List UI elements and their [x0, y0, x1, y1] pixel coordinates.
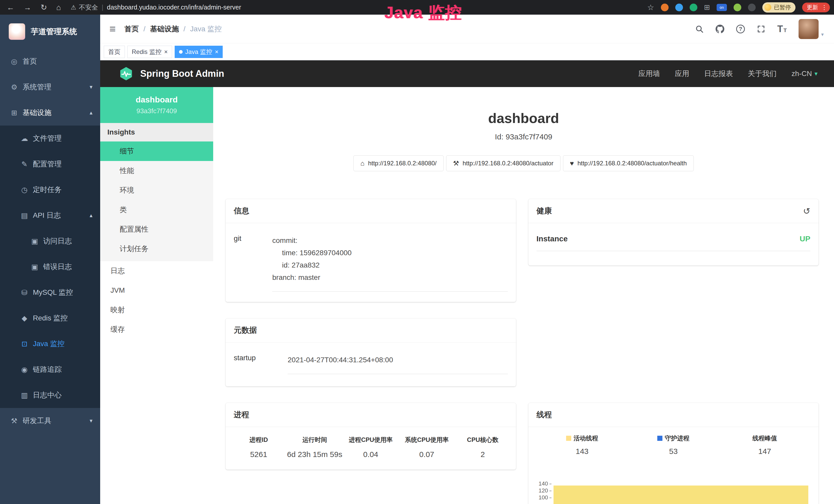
- sba-item-jvm[interactable]: JVM: [100, 281, 213, 300]
- legend-cell: 活动线程 143: [536, 434, 628, 456]
- sidebar-item-label: 日志中心: [33, 390, 62, 400]
- sba-brand-label: Spring Boot Admin: [140, 68, 224, 79]
- sidebar-item-error-logs[interactable]: ▣ 错误日志: [0, 254, 100, 280]
- extension-on-icon[interactable]: on: [717, 4, 727, 11]
- sba-item-caches[interactable]: 缓存: [100, 320, 213, 339]
- sidebar-item-trace[interactable]: ◉ 链路追踪: [0, 357, 100, 382]
- sba-locale-select[interactable]: zh-CN ▾: [792, 70, 817, 78]
- sba-brand[interactable]: Spring Boot Admin: [119, 66, 224, 81]
- sidebar-item-infrastructure[interactable]: ⊞ 基础设施 ▴: [0, 100, 100, 125]
- legend-value: 147: [719, 447, 811, 456]
- sba-item-details[interactable]: 细节: [100, 141, 213, 161]
- health-link[interactable]: ♥ http://192.168.0.2:48080/actuator/heal…: [563, 155, 694, 171]
- sba-item-config-properties[interactable]: 配置属性: [100, 220, 213, 239]
- extension-icon[interactable]: [690, 4, 697, 11]
- chevron-down-icon: ▾: [814, 70, 817, 77]
- card-title: 线程: [536, 410, 552, 420]
- chevron-down-icon: ▾: [90, 84, 92, 90]
- chevron-down-icon: ▾: [90, 417, 92, 424]
- cell-value: 5261: [231, 450, 287, 461]
- sba-header: Spring Boot Admin 应用墙 应用 日志报表 关于我们 zh-CN…: [100, 60, 834, 87]
- sba-item-scheduled-tasks[interactable]: 计划任务: [100, 239, 213, 258]
- update-label: 更新: [807, 4, 818, 11]
- threads-legend: 活动线程 143 守护进程: [536, 434, 811, 456]
- document-icon: ▤: [21, 211, 28, 220]
- chart-y-axis: 140 120 100: [536, 480, 553, 504]
- sba-nav-applications[interactable]: 应用: [675, 69, 689, 78]
- help-icon[interactable]: ?: [736, 25, 745, 33]
- extension-icon[interactable]: [733, 4, 741, 11]
- breadcrumb-item-infrastructure[interactable]: 基础设施: [150, 24, 179, 34]
- tab-redis-monitor[interactable]: Redis 监控 ×: [127, 46, 172, 58]
- browser-update-button[interactable]: 更新 ⋮: [802, 3, 830, 12]
- info-line: commit:: [272, 234, 508, 247]
- font-size-icon[interactable]: T T: [777, 24, 787, 33]
- sidebar-item-file-management[interactable]: ☁ 文件管理: [0, 125, 100, 151]
- extension-icon[interactable]: [675, 4, 683, 11]
- sidebar-item-redis-monitor[interactable]: ◆ Redis 监控: [0, 305, 100, 331]
- sidebar-item-log-center[interactable]: ▥ 日志中心: [0, 382, 100, 408]
- edit-icon: ✎: [21, 160, 28, 168]
- history-icon[interactable]: ↺: [803, 207, 811, 215]
- sba-item-logs[interactable]: 日志: [100, 261, 213, 281]
- sba-item-environment[interactable]: 环境: [100, 181, 213, 200]
- sidebar-item-config-management[interactable]: ✎ 配置管理: [0, 151, 100, 177]
- process-table: 进程ID 运行时间 进程CPU使用率 系统CPU使用率 CPU核心数: [231, 436, 511, 461]
- extension-icon[interactable]: [661, 4, 668, 11]
- sidebar-item-label: 配置管理: [33, 159, 62, 169]
- sidebar-item-home[interactable]: ◎ 首页: [0, 48, 100, 74]
- info-line: id: 27aa832: [272, 259, 508, 271]
- address-bar[interactable]: ⚠ 不安全 | dashboard.yudao.iocoder.cn/infra…: [71, 3, 241, 12]
- fullscreen-icon[interactable]: [757, 25, 765, 33]
- sidebar-item-access-logs[interactable]: ▣ 访问日志: [0, 228, 100, 254]
- bookmark-star-icon[interactable]: ☆: [647, 3, 654, 12]
- browser-menu-icon[interactable]: ⋮: [821, 4, 827, 10]
- font-size-small-glyph: T: [784, 27, 787, 33]
- close-icon[interactable]: ×: [164, 48, 168, 55]
- sba-nav-about[interactable]: 关于我们: [748, 69, 777, 78]
- eye-icon: ◉: [21, 365, 28, 374]
- back-button[interactable]: ←: [7, 3, 14, 12]
- metadata-card: 元数据 startup 2021-04-27T00:44:31.254+08:0…: [225, 318, 516, 386]
- forward-button[interactable]: →: [24, 3, 31, 12]
- tab-home[interactable]: 首页: [104, 46, 125, 58]
- extensions-grid-icon[interactable]: ⊞: [704, 4, 710, 11]
- extension-icon[interactable]: [748, 4, 756, 11]
- sidebar-item-mysql-monitor[interactable]: ⛁ MySQL 监控: [0, 280, 100, 305]
- tab-java-monitor[interactable]: Java 监控 ×: [175, 46, 223, 58]
- sidebar-item-system-management[interactable]: ⚙ 系统管理 ▾: [0, 74, 100, 100]
- app-logo[interactable]: 芋道管理系统: [0, 15, 100, 48]
- process-card: 进程 进程ID 运行时间 进程CPU使用率 系统C: [225, 403, 516, 469]
- sba-item-mappings[interactable]: 映射: [100, 300, 213, 320]
- sidebar-item-label: 访问日志: [43, 236, 72, 246]
- search-icon[interactable]: [695, 25, 704, 33]
- instance-home-link[interactable]: ⌂ http://192.168.0.2:48080/: [353, 155, 444, 171]
- profile-paused-badge[interactable]: 已暂停: [762, 2, 795, 13]
- column-header: 进程CPU使用率: [343, 436, 399, 450]
- home-icon: ⌂: [360, 159, 365, 167]
- sidebar-item-api-logs[interactable]: ▤ API 日志 ▴: [0, 203, 100, 228]
- sba-nav-wallboard[interactable]: 应用墙: [639, 69, 660, 78]
- close-icon[interactable]: ×: [215, 48, 218, 55]
- sidebar-item-java-monitor[interactable]: ⊡ Java 监控: [0, 331, 100, 357]
- sba-instance-header[interactable]: dashboard 93a3fc7f7409: [100, 87, 213, 123]
- instance-subtitle: Id: 93a3fc7f7409: [213, 132, 834, 142]
- tab-label: 首页: [108, 48, 120, 56]
- sba-item-performance[interactable]: 性能: [100, 161, 213, 181]
- sba-nav-journal[interactable]: 日志报表: [704, 69, 733, 78]
- sidebar-item-scheduled-tasks[interactable]: ◷ 定时任务: [0, 177, 100, 203]
- user-avatar-menu[interactable]: ▾: [798, 19, 824, 39]
- hamburger-button[interactable]: ≡: [109, 23, 116, 35]
- link-url: http://192.168.0.2:48080/: [368, 160, 437, 167]
- instance-title: dashboard: [213, 110, 834, 127]
- actuator-link[interactable]: ⚒ http://192.168.0.2:48080/actuator: [446, 155, 561, 171]
- legend-label: 活动线程: [574, 434, 598, 442]
- github-icon[interactable]: [716, 25, 724, 33]
- sidebar-item-dev-tools[interactable]: ⚒ 研发工具 ▾: [0, 408, 100, 434]
- column-header: 进程ID: [231, 436, 287, 450]
- breadcrumb-item-home[interactable]: 首页: [125, 24, 139, 34]
- refresh-button[interactable]: ↻: [41, 3, 47, 12]
- browser-home-button[interactable]: ⌂: [56, 3, 61, 12]
- sba-item-classes[interactable]: 类: [100, 200, 213, 220]
- sidebar-item-label: 研发工具: [23, 416, 51, 426]
